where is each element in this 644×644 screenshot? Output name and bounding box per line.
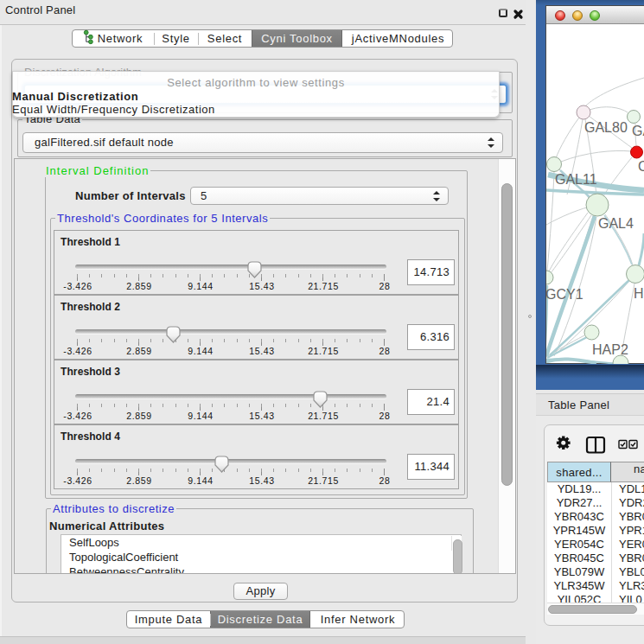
svg-text:GCY1: GCY1 [546,287,583,302]
svg-text:HAP2: HAP2 [592,342,628,357]
svg-text:GA: GA [632,124,644,138]
svg-text:GAL80: GAL80 [584,120,628,135]
svg-text:GAL4: GAL4 [598,216,634,231]
svg-text:GAL11: GAL11 [555,172,597,187]
svg-text:C: C [638,159,644,174]
svg-text:H: H [634,286,644,301]
